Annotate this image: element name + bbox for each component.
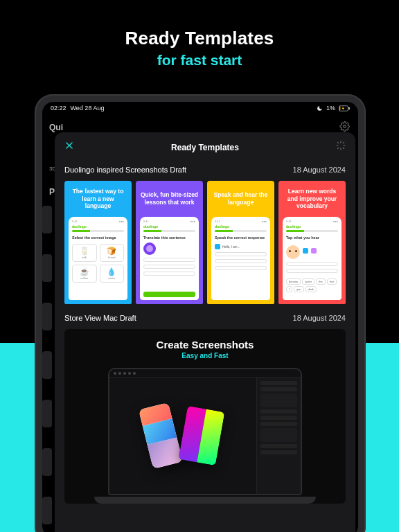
template-section-duolingo[interactable]: Duolingo inspired Screenshots Draft 18 A…: [64, 166, 346, 304]
thumb[interactable]: [42, 497, 52, 524]
inspector-panel: [256, 378, 301, 494]
template-name: Duolingo inspired Screenshots Draft: [64, 166, 186, 174]
tablet-mockup: [179, 406, 225, 466]
close-icon[interactable]: [64, 141, 74, 153]
tablet-frame: 02:22 Wed 28 Aug 1% Qui 3D M Proj: [35, 94, 366, 532]
screenshot-card[interactable]: The fastest way to learn a new language9…: [64, 181, 132, 304]
screenshot-card[interactable]: Learn new words and improve your vocabul…: [278, 181, 346, 304]
mac-headline: Create Screenshots: [64, 339, 346, 351]
thumb[interactable]: [42, 448, 52, 476]
tablet-screen: 02:22 Wed 28 Aug 1% Qui 3D M Proj: [42, 102, 358, 532]
screenshot-caption: Quick, fun bite-sized lessons that work: [136, 181, 203, 217]
templates-modal: Ready Templates Duolingo inspired Screen…: [55, 132, 355, 532]
thumb[interactable]: [42, 303, 52, 330]
thumb[interactable]: [42, 400, 52, 427]
loading-spinner-icon: [336, 141, 346, 153]
phone-preview: 9:41●●● duolingo Tap what you hearbanana…: [283, 217, 342, 300]
mac-subline: Easy and Fast: [64, 352, 346, 360]
thumb[interactable]: [42, 206, 52, 233]
hero-title: Ready Templates: [0, 28, 399, 49]
quick-section-label: Qui: [49, 123, 65, 132]
screenshot-card[interactable]: Speak and hear the language9:41●●● duoli…: [207, 181, 274, 304]
status-battery: 1%: [326, 105, 335, 112]
phone-preview: 9:41●●● duolingo Translate this sentence: [140, 217, 199, 300]
template-date: 18 August 2024: [293, 314, 346, 322]
screenshot-caption: Learn new words and improve your vocabul…: [278, 181, 346, 217]
moon-icon: [317, 105, 323, 112]
screenshot-caption: Speak and hear the language: [207, 181, 274, 217]
phone-mockup: [139, 402, 183, 469]
svg-point-3: [344, 125, 346, 128]
screenshot-card[interactable]: Quick, fun bite-sized lessons that work9…: [136, 181, 203, 304]
battery-icon: [339, 105, 350, 112]
thumb[interactable]: [42, 351, 52, 379]
phone-preview: 9:41●●● duolingo Select the correct imag…: [69, 217, 127, 300]
template-name: Store View Mac Draft: [64, 314, 136, 322]
template-section-mac[interactable]: Store View Mac Draft 18 August 2024 Crea…: [64, 314, 346, 504]
status-bar: 02:22 Wed 28 Aug 1%: [42, 102, 358, 113]
status-time: 02:22: [51, 105, 66, 112]
template-date: 18 August 2024: [293, 166, 346, 174]
mac-preview: Create Screenshots Easy and Fast: [64, 329, 346, 504]
screenshot-caption: The fastest way to learn a new language: [64, 181, 132, 217]
svg-rect-1: [348, 107, 349, 109]
svg-rect-2: [339, 106, 340, 110]
hero-subtitle: for fast start: [0, 52, 399, 69]
status-date: Wed 28 Aug: [71, 105, 105, 112]
modal-title: Ready Templates: [171, 143, 239, 152]
phone-preview: 9:41●●● duolingo Speak the correct respo…: [211, 217, 270, 300]
laptop-mockup: [94, 368, 316, 504]
thumb[interactable]: [42, 254, 52, 282]
project-thumbnails: [42, 206, 53, 532]
